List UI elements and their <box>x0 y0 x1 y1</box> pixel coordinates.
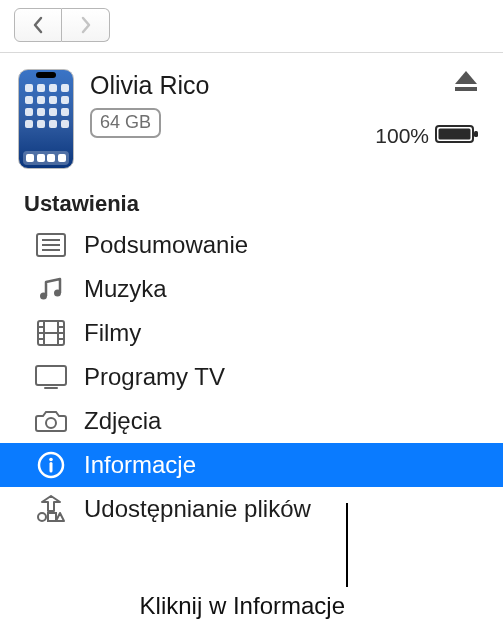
callout-text: Kliknij w Informacje <box>0 592 345 620</box>
info-icon <box>34 450 68 480</box>
sidebar-item-label: Muzyka <box>84 275 167 303</box>
battery-percentage: 100% <box>375 124 429 148</box>
camera-icon <box>34 406 68 436</box>
sidebar-item-info[interactable]: Informacje <box>0 443 503 487</box>
sidebar-item-photos[interactable]: Zdjęcia <box>0 399 503 443</box>
apps-icon <box>34 494 68 524</box>
sidebar-item-label: Filmy <box>84 319 141 347</box>
sidebar-item-movies[interactable]: Filmy <box>0 311 503 355</box>
sidebar-item-label: Programy TV <box>84 363 225 391</box>
tv-icon <box>34 362 68 392</box>
svg-point-20 <box>46 418 56 428</box>
nav-back-button[interactable] <box>14 8 62 42</box>
film-icon <box>34 318 68 348</box>
svg-rect-18 <box>36 366 66 385</box>
nav-forward-button[interactable] <box>62 8 110 42</box>
sidebar-item-label: Informacje <box>84 451 196 479</box>
svg-point-9 <box>54 290 61 297</box>
svg-point-8 <box>40 293 47 300</box>
sidebar-section-title: Ustawienia <box>0 177 503 223</box>
svg-point-24 <box>38 513 46 521</box>
sidebar-item-label: Zdjęcia <box>84 407 161 435</box>
svg-rect-3 <box>474 131 478 137</box>
device-capacity-badge: 64 GB <box>90 108 161 138</box>
svg-rect-0 <box>455 87 477 91</box>
svg-rect-25 <box>48 513 56 521</box>
chevron-right-icon <box>80 16 92 34</box>
summary-icon <box>34 230 68 260</box>
callout-line <box>346 503 348 587</box>
sidebar-item-label: Udostępnianie plików <box>84 495 311 523</box>
svg-rect-2 <box>439 129 471 140</box>
eject-button[interactable] <box>453 69 479 97</box>
device-name: Olivia Rico <box>90 71 375 100</box>
sidebar-item-music[interactable]: Muzyka <box>0 267 503 311</box>
sidebar-item-summary[interactable]: Podsumowanie <box>0 223 503 267</box>
chevron-left-icon <box>32 16 44 34</box>
device-thumbnail <box>18 69 74 169</box>
music-icon <box>34 274 68 304</box>
eject-icon <box>453 69 479 93</box>
sidebar-item-tv[interactable]: Programy TV <box>0 355 503 399</box>
sidebar-item-label: Podsumowanie <box>84 231 248 259</box>
sidebar-item-file-sharing[interactable]: Udostępnianie plików <box>0 487 503 531</box>
battery-icon <box>435 123 479 149</box>
svg-point-22 <box>49 458 53 462</box>
